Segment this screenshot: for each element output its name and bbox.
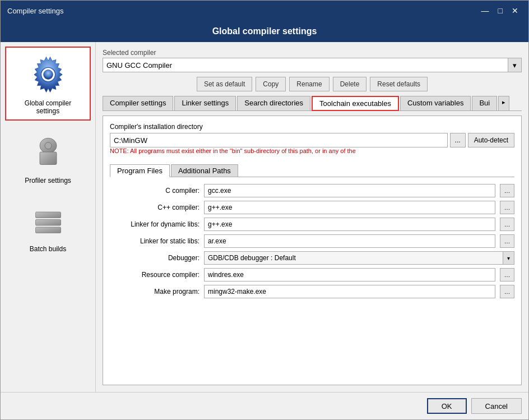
selected-compiler-label: Selected compiler bbox=[103, 49, 522, 57]
compiler-toolbar: Set as default Copy Rename Delete Reset … bbox=[103, 77, 522, 91]
make-program-label: Make program: bbox=[110, 288, 199, 296]
resource-compiler-label: Resource compiler: bbox=[110, 271, 199, 279]
cpp-compiler-label: C++ compiler: bbox=[110, 204, 199, 211]
close-button[interactable]: ✕ bbox=[508, 5, 522, 16]
main-tabs: Compiler settings Linker settings Search… bbox=[103, 96, 522, 111]
make-program-input[interactable] bbox=[204, 285, 495, 298]
linker-static-browse-button[interactable]: … bbox=[500, 234, 514, 248]
sub-tab-additional-paths[interactable]: Additional Paths bbox=[171, 164, 238, 177]
maximize-button[interactable]: □ bbox=[495, 5, 506, 16]
gear-icon bbox=[29, 55, 68, 94]
tab-compiler-settings[interactable]: Compiler settings bbox=[103, 96, 173, 110]
minimize-button[interactable]: — bbox=[478, 5, 493, 16]
sidebar-label-global: Global compilersettings bbox=[25, 99, 71, 115]
svg-rect-7 bbox=[35, 227, 61, 233]
window-controls: — □ ✕ bbox=[478, 5, 522, 16]
window-title: Compiler settings bbox=[7, 7, 63, 15]
profiler-icon bbox=[31, 135, 65, 169]
compiler-select[interactable]: GNU GCC Compiler bbox=[103, 58, 508, 72]
c-compiler-row: C compiler: … bbox=[110, 184, 514, 197]
resource-compiler-row: Resource compiler: … bbox=[110, 268, 514, 281]
resource-compiler-browse-button[interactable]: … bbox=[500, 268, 514, 281]
global-icon-area bbox=[26, 52, 71, 97]
cpp-compiler-row: C++ compiler: … bbox=[110, 201, 514, 214]
linker-static-row: Linker for static libs: … bbox=[110, 234, 514, 248]
tab-search-directories[interactable]: Search directories bbox=[237, 96, 310, 110]
tab-build[interactable]: Bui bbox=[472, 96, 497, 110]
debugger-select-arrow: ▾ bbox=[503, 251, 514, 265]
svg-rect-3 bbox=[40, 152, 57, 165]
sidebar-item-global[interactable]: Global compilersettings bbox=[5, 47, 91, 121]
install-dir-browse-button[interactable]: ... bbox=[450, 133, 466, 147]
tab-linker-settings[interactable]: Linker settings bbox=[174, 96, 236, 110]
svg-rect-6 bbox=[35, 220, 61, 226]
linker-dynamic-row: Linker for dynamic libs: … bbox=[110, 218, 514, 231]
sidebar: Global compilersettings bbox=[1, 42, 96, 392]
sidebar-item-batch[interactable]: Batch builds bbox=[5, 193, 91, 257]
install-dir-note: NOTE: All programs must exist either in … bbox=[110, 147, 514, 154]
title-bar: Compiler settings — □ ✕ bbox=[1, 1, 528, 21]
sidebar-label-profiler: Profiler settings bbox=[25, 177, 71, 184]
cpp-compiler-input[interactable] bbox=[204, 201, 495, 214]
linker-dynamic-label: Linker for dynamic libs: bbox=[110, 220, 199, 228]
sub-tab-program-files[interactable]: Program Files bbox=[110, 164, 170, 177]
compiler-settings-window: Compiler settings — □ ✕ Global compiler … bbox=[0, 0, 529, 420]
compiler-select-arrow[interactable]: ▾ bbox=[508, 58, 522, 72]
install-dir-section: Compiler's installation directory ... Au… bbox=[110, 123, 514, 158]
set-default-button[interactable]: Set as default bbox=[197, 77, 252, 91]
delete-button[interactable]: Delete bbox=[333, 77, 367, 91]
debugger-select[interactable]: GDB/CDB debugger : Default bbox=[204, 251, 503, 265]
svg-point-4 bbox=[45, 142, 52, 149]
c-compiler-browse-button[interactable]: … bbox=[500, 184, 514, 197]
right-panel: Selected compiler GNU GCC Compiler ▾ Set… bbox=[96, 42, 528, 392]
rename-button[interactable]: Rename bbox=[289, 77, 329, 91]
linker-static-input[interactable] bbox=[204, 234, 495, 248]
ok-button[interactable]: OK bbox=[427, 398, 467, 414]
cpp-compiler-browse-button[interactable]: … bbox=[500, 201, 514, 214]
svg-point-1 bbox=[43, 70, 53, 80]
linker-dynamic-browse-button[interactable]: … bbox=[500, 218, 514, 231]
batch-icon-area bbox=[26, 198, 71, 243]
compiler-select-row: GNU GCC Compiler ▾ bbox=[103, 58, 522, 72]
c-compiler-label: C compiler: bbox=[110, 187, 199, 195]
linker-dynamic-input[interactable] bbox=[204, 218, 495, 231]
toolchain-panel: Compiler's installation directory ... Au… bbox=[103, 116, 522, 385]
cancel-button[interactable]: Cancel bbox=[471, 398, 522, 414]
sidebar-label-batch: Batch builds bbox=[30, 245, 66, 253]
make-program-row: Make program: … bbox=[110, 285, 514, 298]
selected-compiler-section: Selected compiler GNU GCC Compiler ▾ bbox=[103, 49, 522, 72]
dialog-header: Global compiler settings bbox=[1, 21, 528, 42]
install-dir-label: Compiler's installation directory bbox=[110, 123, 514, 131]
linker-static-label: Linker for static libs: bbox=[110, 237, 199, 245]
program-files-table: C compiler: … C++ compiler: … Linker for… bbox=[110, 184, 514, 298]
tab-toolchain-executables[interactable]: Toolchain executables bbox=[312, 96, 399, 111]
install-dir-row: ... Auto-detect bbox=[110, 133, 514, 147]
sub-tabs: Program Files Additional Paths bbox=[110, 164, 514, 177]
batch-icon bbox=[31, 204, 65, 237]
tab-scroll-right[interactable]: ▸ bbox=[498, 96, 509, 110]
profiler-icon-area bbox=[26, 130, 71, 174]
sidebar-item-profiler[interactable]: Profiler settings bbox=[5, 125, 91, 189]
copy-button[interactable]: Copy bbox=[256, 77, 286, 91]
debugger-row: Debugger: GDB/CDB debugger : Default ▾ bbox=[110, 251, 514, 265]
bottom-bar: OK Cancel bbox=[1, 392, 528, 419]
c-compiler-input[interactable] bbox=[204, 184, 495, 197]
debugger-label: Debugger: bbox=[110, 254, 199, 262]
main-content: Global compilersettings bbox=[1, 42, 528, 392]
install-dir-input[interactable] bbox=[110, 133, 448, 147]
tab-custom-variables[interactable]: Custom variables bbox=[400, 96, 471, 110]
make-program-browse-button[interactable]: … bbox=[500, 285, 514, 298]
autodetect-button[interactable]: Auto-detect bbox=[468, 133, 514, 147]
resource-compiler-input[interactable] bbox=[204, 268, 495, 281]
svg-rect-5 bbox=[35, 212, 61, 218]
debugger-select-wrap: GDB/CDB debugger : Default ▾ bbox=[204, 251, 514, 265]
reset-button[interactable]: Reset defaults bbox=[370, 77, 428, 91]
